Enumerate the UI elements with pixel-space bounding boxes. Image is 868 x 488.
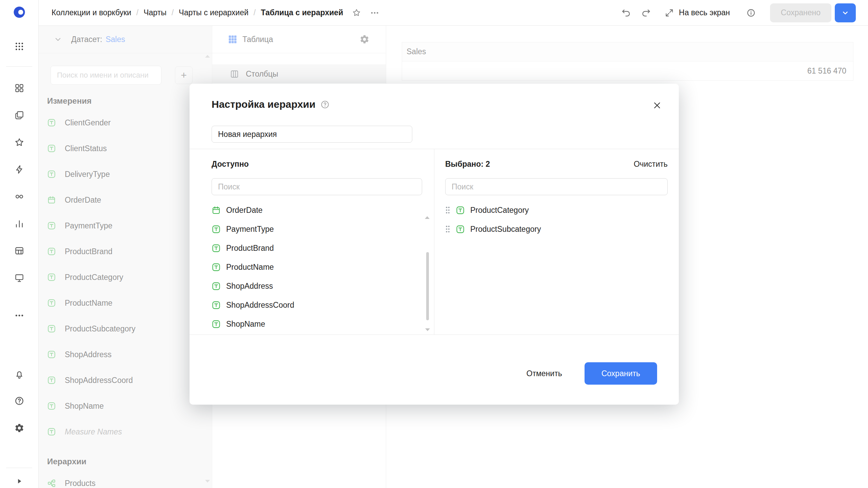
drag-handle-icon[interactable]	[445, 206, 450, 214]
close-icon[interactable]	[651, 99, 663, 111]
available-field-item[interactable]: ProductName	[212, 258, 422, 277]
available-field-item[interactable]: OrderDate	[212, 201, 422, 220]
breadcrumb-group: Чарты /	[143, 8, 179, 17]
field-name: OrderDate	[226, 206, 262, 215]
field-type-icon	[212, 282, 221, 291]
collapse-rail-icon[interactable]	[12, 474, 27, 488]
nav-editor-icon[interactable]	[12, 162, 27, 177]
top-bar: Коллекции и воркбуки / Чарты / Чарты с и…	[39, 0, 868, 26]
favorite-star-icon[interactable]	[352, 8, 361, 17]
rail-divider	[6, 66, 32, 67]
nav-workbooks-icon[interactable]	[12, 81, 27, 96]
breadcrumb-item[interactable]: Чарты	[143, 8, 166, 17]
all-services-icon[interactable]	[12, 39, 27, 54]
available-field-item[interactable]: ShopAddress	[212, 277, 422, 296]
selected-column: Выбрано: 2 Очистить ProductCategory	[434, 149, 679, 334]
available-header: Доступно	[212, 157, 422, 171]
scroll-up-arrow[interactable]	[425, 207, 430, 219]
field-type-icon	[212, 320, 221, 329]
notifications-icon[interactable]	[12, 367, 27, 382]
available-list: OrderDate PaymentType ProductBrand	[212, 201, 422, 333]
clear-button[interactable]: Очистить	[634, 160, 668, 169]
breadcrumb-group: Таблица с иерархией /	[261, 8, 343, 17]
settings-icon[interactable]	[12, 421, 27, 435]
breadcrumb-group: Чарты с иерархией /	[179, 8, 261, 17]
field-name: PaymentType	[226, 225, 274, 234]
more-menu-icon[interactable]	[370, 8, 379, 18]
save-menu-button[interactable]	[835, 3, 856, 22]
breadcrumb-item[interactable]: Коллекции и воркбуки	[52, 8, 131, 17]
cancel-button[interactable]: Отменить	[519, 363, 570, 384]
undo-icon[interactable]	[621, 8, 631, 18]
field-name: ProductBrand	[226, 244, 274, 253]
nav-charts-icon[interactable]	[12, 216, 27, 231]
field-type-icon	[212, 263, 221, 272]
breadcrumb-separator: /	[254, 8, 256, 17]
hierarchy-settings-dialog: Настройка иерархии Доступно OrderDate	[190, 84, 679, 405]
available-search-input[interactable]	[212, 178, 422, 195]
available-list-scrollbar[interactable]	[425, 207, 430, 331]
field-type-icon	[212, 301, 221, 310]
breadcrumb-separator: /	[172, 8, 174, 17]
datalens-logo-icon[interactable]	[12, 5, 27, 20]
nav-collections-icon[interactable]	[12, 108, 27, 123]
help-circle-icon[interactable]	[320, 100, 330, 109]
available-field-item[interactable]: ShopAddressCoord	[212, 296, 422, 314]
nav-datasets-icon[interactable]	[12, 243, 27, 258]
available-field-item[interactable]: PaymentType	[212, 220, 422, 239]
field-name: ProductName	[226, 263, 274, 272]
saved-button[interactable]: Сохранено	[770, 3, 831, 22]
field-name: ShopAddress	[226, 282, 273, 291]
field-name: ProductCategory	[470, 206, 529, 215]
selected-field-item[interactable]: ProductCategory	[445, 201, 668, 220]
nav-monitoring-icon[interactable]	[12, 189, 27, 204]
drag-handle-icon[interactable]	[445, 225, 450, 233]
dialog-columns: Доступно OrderDate PaymentType	[190, 149, 679, 335]
selected-field-item[interactable]: ProductSubcategory	[445, 220, 668, 239]
chevron-down-icon	[842, 9, 849, 16]
fullscreen-label[interactable]: На весь экран	[679, 8, 730, 17]
selected-header-row: Выбрано: 2 Очистить	[445, 157, 668, 171]
field-type-icon	[212, 206, 221, 215]
breadcrumb-item[interactable]: Таблица с иерархией	[261, 8, 343, 17]
field-name: ShopAddressCoord	[226, 301, 294, 310]
scroll-down-arrow[interactable]	[425, 328, 430, 331]
info-icon[interactable]	[746, 8, 756, 18]
left-rail	[0, 0, 39, 488]
field-type-icon	[456, 206, 465, 215]
redo-icon[interactable]	[641, 8, 651, 18]
field-type-icon	[212, 244, 221, 253]
breadcrumb: Коллекции и воркбуки / Чарты / Чарты с и…	[52, 8, 343, 17]
selected-search-input[interactable]	[445, 178, 668, 195]
breadcrumb-item[interactable]: Чарты с иерархией	[179, 8, 249, 17]
dialog-title: Настройка иерархии	[212, 99, 316, 110]
breadcrumb-group: Коллекции и воркбуки /	[52, 8, 143, 17]
field-name: ShopName	[226, 320, 265, 329]
dialog-footer: Отменить Сохранить	[190, 335, 679, 405]
save-button[interactable]: Сохранить	[585, 362, 657, 385]
field-type-icon	[456, 225, 465, 234]
available-field-item[interactable]: ProductBrand	[212, 239, 422, 258]
dialog-title-row: Настройка иерархии	[212, 99, 330, 110]
topbar-actions: На весь экран Сохранено	[621, 3, 856, 22]
nav-dashboards-icon[interactable]	[12, 270, 27, 285]
selected-list: ProductCategory ProductSubcategory	[445, 201, 668, 239]
rail-divider	[6, 468, 32, 468]
field-type-icon	[212, 225, 221, 234]
nav-favorites-icon[interactable]	[12, 135, 27, 150]
help-icon[interactable]	[12, 393, 27, 408]
available-field-item[interactable]: ShopName	[212, 314, 422, 333]
hierarchy-name-input[interactable]	[212, 126, 412, 143]
selected-header: Выбрано: 2	[445, 157, 490, 171]
field-name: ProductSubcategory	[470, 225, 541, 234]
scrollbar-thumb[interactable]	[426, 252, 429, 320]
fullscreen-icon[interactable]	[665, 8, 674, 18]
available-column: Доступно OrderDate PaymentType	[190, 149, 434, 334]
breadcrumb-separator: /	[136, 8, 138, 17]
nav-more-icon[interactable]	[12, 308, 27, 323]
